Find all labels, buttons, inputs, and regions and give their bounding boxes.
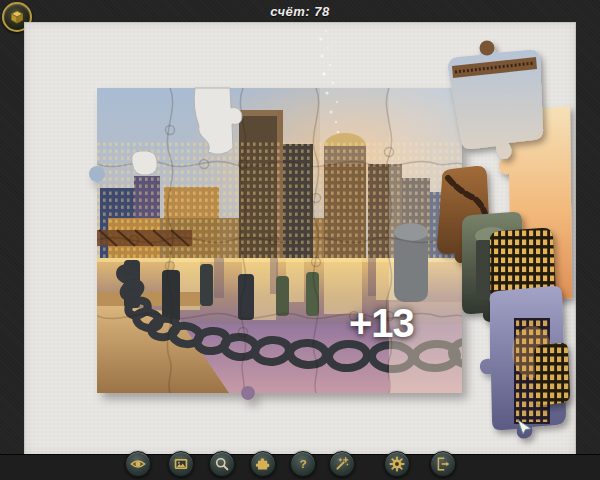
magnifier-button[interactable] — [209, 451, 235, 477]
question-glyph: ? — [299, 457, 306, 470]
preview-button[interactable] — [125, 451, 151, 477]
eye-icon — [128, 454, 148, 474]
magic-wand-button[interactable] — [329, 451, 355, 477]
settings-button[interactable] — [384, 451, 410, 477]
bonus-popup: +13 — [349, 301, 414, 346]
game-window: счёт: 78 — [0, 0, 600, 480]
gear-icon — [387, 454, 407, 474]
magic-wand-icon — [332, 454, 352, 474]
exit-icon — [433, 454, 453, 474]
puzzle-board[interactable] — [24, 22, 576, 455]
pieces-tray-button[interactable] — [250, 451, 276, 477]
score-text: счёт: 78 — [270, 4, 330, 19]
puzzle-piece-icon — [253, 454, 273, 474]
picture-icon — [171, 454, 191, 474]
exit-button[interactable] — [430, 451, 456, 477]
hint-button[interactable]: ? — [290, 451, 316, 477]
magnifier-icon — [212, 454, 232, 474]
cube-icon — [9, 9, 25, 25]
question-icon: ? — [293, 454, 313, 474]
show-picture-button[interactable] — [168, 451, 194, 477]
title-bar: счёт: 78 — [0, 0, 600, 22]
